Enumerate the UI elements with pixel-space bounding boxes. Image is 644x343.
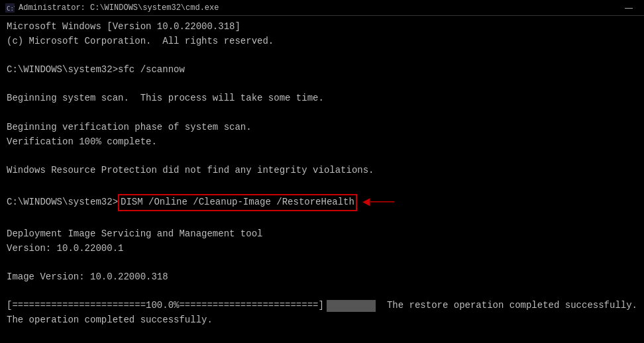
line-empty4 (7, 149, 637, 164)
line-empty5 (7, 178, 637, 193)
line-empty1 (7, 48, 637, 63)
line-begin-scan: Beginning system scan. This process will… (7, 91, 637, 106)
red-arrow-icon: ◄─── (362, 192, 394, 213)
title-bar-title: Administrator: C:\WINDOWS\system32\cmd.e… (19, 3, 219, 13)
progress-cover-block (327, 300, 376, 312)
progress-bar-text: [========================100.0%=========… (7, 299, 324, 313)
line-empty7 (7, 256, 637, 270)
line-version: Microsoft Windows [Version 10.0.22000.31… (7, 20, 637, 34)
title-bar-left: C:\ Administrator: C:\WINDOWS\system32\c… (5, 3, 219, 13)
dism-command-row: C:\WINDOWS\system32>DISM /Online /Cleanu… (7, 192, 637, 213)
line-empty8 (7, 285, 637, 299)
restore-complete-text: The restore operation completed successf… (376, 299, 637, 313)
svg-text:C:\: C:\ (7, 5, 15, 12)
dism-command-highlight: DISM /Online /Cleanup-Image /RestoreHeal… (118, 194, 357, 211)
line-copyright: (c) Microsoft Corporation. All rights re… (7, 34, 637, 49)
line-deploy1: Deployment Image Servicing and Managemen… (7, 227, 637, 242)
arrow-container: ◄─── (362, 192, 394, 213)
line-sfc-cmd: C:\WINDOWS\system32>sfc /scannow (7, 63, 637, 77)
line-begin-verify: Beginning verification phase of system s… (7, 121, 637, 135)
line-protection: Windows Resource Protection did not find… (7, 164, 637, 178)
title-bar-controls: — (619, 2, 639, 14)
line-verify-complete: Verification 100% complete. (7, 135, 637, 150)
line-empty2 (7, 77, 637, 92)
line-empty3 (7, 106, 637, 121)
minimize-button[interactable]: — (619, 2, 639, 14)
line-deploy2: Version: 10.0.22000.1 (7, 242, 637, 256)
cmd-icon: C:\ (5, 3, 15, 13)
line-empty9 (7, 328, 637, 342)
title-bar: C:\ Administrator: C:\WINDOWS\system32\c… (0, 0, 644, 16)
terminal-body: Microsoft Windows [Version 10.0.22000.31… (0, 16, 644, 343)
line-op-complete: The operation completed successfully. (7, 313, 637, 328)
progress-row: [========================100.0%=========… (7, 299, 637, 313)
line-image-version: Image Version: 10.0.22000.318 (7, 270, 637, 285)
line-empty6 (7, 213, 637, 227)
line-dism-prefix: C:\WINDOWS\system32> (7, 195, 118, 210)
